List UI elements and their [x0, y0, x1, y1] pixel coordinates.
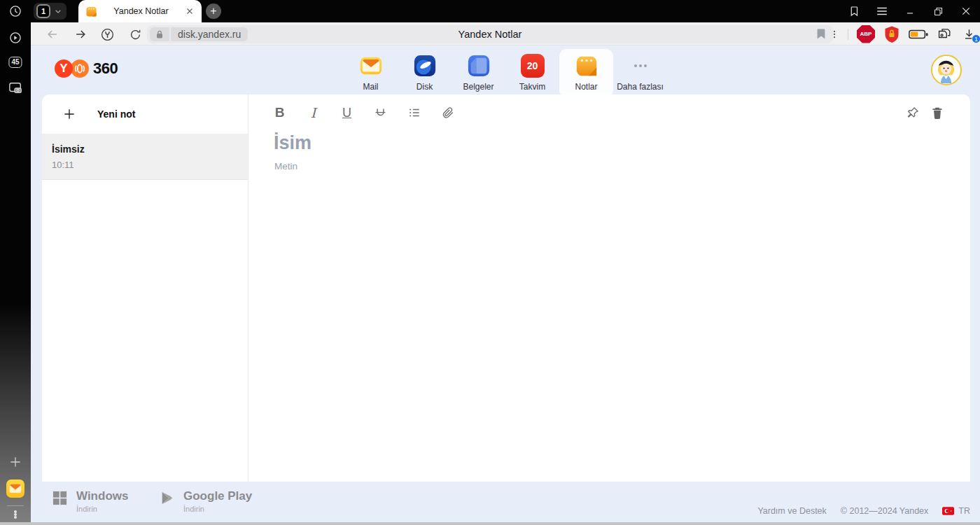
protect-shield-icon[interactable]: [883, 25, 900, 43]
note-time: 10:11: [52, 160, 237, 170]
mail-app-icon: [359, 54, 383, 78]
history-icon[interactable]: [8, 4, 22, 18]
app-belgeler[interactable]: Belgeler: [451, 49, 505, 97]
apps-nav: Mail Disk Belgeler 20: [344, 49, 667, 97]
lock-icon[interactable]: [150, 27, 169, 41]
tab-group-selector[interactable]: 1: [34, 3, 66, 20]
address-more-icon[interactable]: [830, 29, 839, 40]
rail-more-icon[interactable]: [13, 510, 18, 519]
rail-divider: [7, 505, 24, 506]
toolbar-divider: [848, 29, 848, 40]
delete-note-icon[interactable]: [931, 106, 944, 120]
play-media-icon[interactable]: [8, 31, 22, 45]
minimize-icon[interactable]: [896, 0, 924, 22]
browser-toolbar: disk.yandex.ru Yandex Notlar ABP: [31, 22, 980, 46]
language-switcher[interactable]: TR: [942, 506, 970, 516]
adblock-extension-icon[interactable]: ABP: [857, 25, 875, 43]
strikethrough-button[interactable]: [373, 104, 388, 121]
tab-group-count: 1: [36, 4, 50, 18]
calendar-date-badge: 20: [527, 60, 538, 71]
tab-count-badge[interactable]: 45: [8, 57, 22, 68]
app-takvim[interactable]: 20 Takvim: [505, 49, 559, 97]
app-label: Disk: [398, 82, 451, 92]
calendar-app-icon: 20: [521, 54, 545, 78]
disk-app-icon: [413, 54, 437, 78]
pin-note-icon[interactable]: [906, 106, 920, 120]
new-note-label: Yeni not: [97, 108, 135, 120]
page-title: Yandex Notlar: [147, 29, 833, 40]
note-body-placeholder[interactable]: Metin: [274, 161, 298, 172]
bold-button[interactable]: B: [272, 104, 287, 121]
store-sub: İndirin: [183, 505, 252, 513]
screenshot-icon[interactable]: [8, 81, 23, 95]
tab-count-value: 45: [8, 57, 22, 68]
app-disk[interactable]: Disk: [398, 49, 451, 97]
app-label: Belgeler: [451, 82, 505, 92]
language-code: TR: [958, 506, 970, 516]
bookmark-star-icon[interactable]: [816, 28, 826, 40]
footer-links: Yardım ve Destek © 2012—2024 Yandex TR: [757, 506, 970, 516]
battery-icon[interactable]: [909, 29, 928, 40]
tab-strip: 1 Yandex Notlar +: [31, 0, 980, 22]
help-link[interactable]: Yardım ve Destek: [757, 506, 826, 516]
menu-icon[interactable]: [868, 0, 896, 22]
refresh-icon[interactable]: [126, 25, 144, 43]
format-toolbar: B I U: [272, 104, 474, 121]
close-icon[interactable]: [952, 0, 980, 22]
tab-close-icon[interactable]: [185, 6, 195, 16]
bullet-list-button[interactable]: [407, 104, 421, 121]
app-label: Daha fazlası: [613, 82, 667, 92]
tab-keys-icon[interactable]: [937, 27, 954, 41]
notes-app-icon: [575, 54, 598, 78]
page-footer: Windows İndirin Google Play İndirin Yard…: [31, 482, 980, 522]
add-panel-icon[interactable]: [8, 455, 22, 469]
tab-title: Yandex Notlar: [97, 6, 185, 16]
app-notlar-active[interactable]: Notlar: [559, 49, 613, 97]
app-label: Mail: [344, 82, 398, 92]
window-bottom-edge: [0, 522, 980, 525]
store-title: Google Play: [183, 490, 252, 502]
browser-window: 45 1 Yandex No: [0, 0, 980, 525]
new-note-button[interactable]: Yeni not: [42, 94, 248, 134]
chevron-down-icon: [52, 6, 64, 17]
notes-app-card: Yeni not İsimsiz 10:11 B I U: [42, 94, 970, 482]
note-list-item-selected[interactable]: İsimsiz 10:11: [42, 134, 248, 180]
google-play-icon: [160, 490, 175, 506]
app-more[interactable]: Daha fazlası: [613, 49, 667, 97]
google-play-link[interactable]: Google Play İndirin: [160, 490, 252, 513]
new-tab-button[interactable]: +: [206, 4, 221, 19]
address-bar[interactable]: disk.yandex.ru Yandex Notlar: [147, 25, 833, 43]
page-header: Y 360 Mail Disk: [31, 46, 980, 94]
user-avatar[interactable]: [931, 55, 962, 85]
plus-icon: [62, 107, 76, 121]
note-editor: B I U: [249, 94, 970, 482]
store-title: Windows: [76, 490, 128, 502]
yandex-services-icon[interactable]: [98, 25, 116, 43]
bookmarks-panel-icon[interactable]: [840, 0, 868, 22]
yandex-logo-icon: Y: [55, 59, 73, 78]
windows-download-link[interactable]: Windows İndirin: [52, 490, 128, 513]
attachment-icon[interactable]: [440, 104, 455, 121]
italic-button[interactable]: I: [306, 104, 321, 121]
url-text[interactable]: disk.yandex.ru: [171, 27, 248, 41]
yandex-mail-shortcut-icon[interactable]: [6, 479, 24, 498]
downloads-icon[interactable]: 1: [962, 27, 976, 41]
forward-icon[interactable]: [71, 25, 90, 43]
back-icon[interactable]: [43, 25, 62, 43]
store-sub: İndirin: [76, 505, 128, 513]
logo-360-text: 360: [93, 59, 118, 78]
notes-list-panel: Yeni not İsimsiz 10:11: [42, 94, 248, 482]
underline-button[interactable]: U: [340, 104, 354, 121]
active-tab[interactable]: Yandex Notlar: [78, 0, 202, 22]
documents-app-icon: [467, 54, 491, 78]
windows-icon: [52, 490, 68, 506]
restore-icon[interactable]: [924, 0, 952, 22]
note-title-placeholder[interactable]: İsim: [274, 132, 312, 154]
copyright-text: © 2012—2024 Yandex: [841, 506, 929, 516]
y360-ring-icon: [71, 59, 89, 78]
download-count-badge: 1: [972, 34, 980, 43]
note-title: İsimsiz: [52, 144, 237, 155]
yandex360-logo[interactable]: Y 360: [55, 59, 118, 78]
extensions-strip: ABP 1: [830, 24, 976, 43]
app-mail[interactable]: Mail: [344, 49, 398, 97]
